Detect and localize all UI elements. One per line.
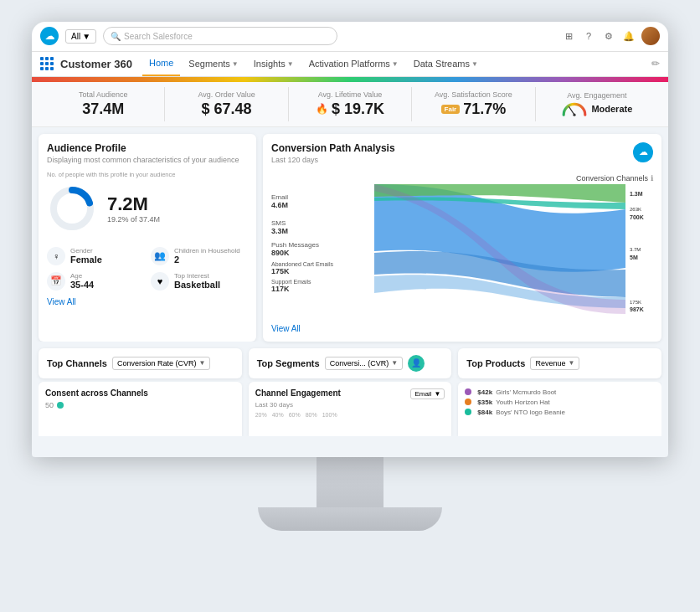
monitor-stand-neck — [317, 457, 383, 507]
attr-gender: ♀ Gender Female — [47, 247, 144, 265]
edit-icon[interactable]: ✏ — [651, 58, 660, 69]
search-icon: 🔍 — [111, 32, 121, 41]
svg-text:263K: 263K — [630, 207, 641, 212]
info-icon: ℹ — [651, 174, 653, 183]
sankey-area: 1.3M 263K 700K 3.7M 5M 175K 987K — [347, 184, 653, 317]
chevron-down-icon: ▼ — [471, 60, 478, 68]
product-list: $42k Girls' Mcmurdo Boot $35k Youth Hori… — [465, 388, 655, 416]
top-products-dropdown[interactable]: Revenue ▼ — [530, 357, 579, 370]
content-cards: Audience Profile Displaying most common … — [32, 127, 668, 342]
svg-line-0 — [569, 107, 574, 116]
engagement-subtitle: Last 30 days — [255, 401, 445, 409]
attr-interest: ♥ Top Interest Basketball — [151, 272, 248, 291]
monitor-stand-base — [258, 507, 442, 531]
teal-dot — [57, 402, 64, 409]
top-channels-dropdown[interactable]: Conversion Rate (CVR) ▼ — [112, 357, 210, 370]
donut-chart — [47, 183, 97, 234]
channels-label: Conversion Channels — [576, 174, 648, 183]
top-products-card: Top Products Revenue ▼ — [458, 348, 661, 378]
nav-item-home[interactable]: Home — [142, 52, 180, 76]
grid-nav-icon[interactable]: ⊞ — [561, 28, 576, 44]
nav-item-activation[interactable]: Activation Platforms ▼ — [302, 52, 405, 76]
status-badge: Fair — [441, 105, 461, 114]
metric-engagement: Avg. Engagement — [536, 88, 658, 120]
children-icon: 👥 — [151, 247, 169, 265]
orange-dot — [465, 399, 471, 405]
svg-text:700K: 700K — [630, 214, 644, 220]
svg-point-1 — [574, 114, 576, 116]
chevron-down-icon: ▼ — [287, 60, 294, 68]
consent-title: Consent across Channels — [45, 388, 235, 398]
interest-icon: ♥ — [151, 272, 169, 291]
search-bar[interactable]: 🔍 Search Salesforce — [103, 27, 337, 45]
funnel-left-labels: Email 4.6M SMS 3.3M Push Messages 890K — [271, 184, 347, 317]
avatar[interactable] — [641, 27, 660, 45]
sankey-svg: 1.3M 263K 700K 3.7M 5M 175K 987K — [347, 184, 653, 314]
screen-content: ☁ All ▼ 🔍 Search Salesforce ⊞ ? ⚙ 🔔 — [32, 22, 668, 457]
nav-icons: ⊞ ? ⚙ 🔔 — [561, 27, 660, 45]
top-segments-card: Top Segments Conversi... (CVR) ▼ 👤 — [249, 348, 452, 378]
svg-text:5M: 5M — [630, 255, 638, 260]
bottom-cards-row: Top Channels Conversion Rate (CVR) ▼ Top… — [39, 342, 661, 382]
product-item: $35k Youth Horizon Hat — [465, 399, 655, 406]
search-placeholder: Search Salesforce — [124, 32, 193, 41]
top-nav: Customer 360 Home Segments ▼ Insights ▼ … — [32, 52, 668, 77]
svg-text:175K: 175K — [630, 300, 641, 305]
audience-count: 7.2M — [107, 193, 160, 215]
partial-bottom-cards: Consent across Channels 50 Channel Engag… — [39, 382, 661, 436]
audience-percentage: 19.2% of 37.4M — [107, 215, 160, 224]
age-icon: 📅 — [47, 272, 65, 291]
segment-avatar: 👤 — [408, 355, 425, 372]
consent-channels-card: Consent across Channels 50 — [39, 382, 242, 436]
audience-main: 7.2M 19.2% of 37.4M — [47, 183, 248, 234]
all-button[interactable]: All ▼ — [65, 29, 96, 44]
main-content: Audience Profile Displaying most common … — [32, 127, 668, 457]
engagement-dropdown[interactable]: Email ▼ — [410, 388, 445, 399]
svg-text:3.7M: 3.7M — [630, 247, 641, 252]
svg-text:987K: 987K — [630, 306, 644, 312]
conversion-view-all[interactable]: View All — [271, 324, 653, 333]
nav-item-datastreams[interactable]: Data Streams ▼ — [407, 52, 485, 76]
gender-icon: ♀ — [47, 247, 65, 265]
card-title: Audience Profile — [47, 142, 248, 154]
metric-total-audience: Total Audience 37.4M — [42, 87, 165, 121]
conversion-subtitle: Last 120 days — [271, 156, 395, 164]
top-products-title: Top Products — [466, 358, 525, 368]
nav-item-insights[interactable]: Insights ▼ — [247, 52, 301, 76]
settings-icon[interactable]: ⚙ — [601, 28, 616, 44]
flame-icon: 🔥 — [316, 103, 328, 115]
navbar: ☁ All ▼ 🔍 Search Salesforce ⊞ ? ⚙ 🔔 — [32, 22, 668, 52]
teal-dot — [465, 409, 471, 415]
salesforce-logo[interactable]: ☁ — [40, 27, 59, 45]
profile-label: No. of people with this profile in your … — [47, 171, 248, 178]
view-all-link[interactable]: View All — [47, 297, 248, 306]
chevron-down-icon: ▼ — [568, 359, 574, 367]
metric-satisfaction: Avg. Satisfaction Score Fair 71.7% — [412, 87, 535, 121]
monitor-wrapper: ☁ All ▼ 🔍 Search Salesforce ⊞ ? ⚙ 🔔 — [23, 22, 677, 591]
bottom-section: Top Channels Conversion Rate (CVR) ▼ Top… — [32, 342, 668, 436]
chevron-down-icon: ▼ — [434, 390, 440, 398]
brand-name: Customer 360 — [60, 58, 132, 70]
nav-item-segments[interactable]: Segments ▼ — [182, 52, 244, 76]
product-item: $84k Boys' NTO logo Beanie — [465, 409, 655, 416]
top-channels-card: Top Channels Conversion Rate (CVR) ▼ — [39, 348, 242, 378]
conversion-title: Conversion Path Analysis — [271, 142, 395, 154]
purple-dot — [465, 388, 471, 395]
conversion-path-card: Conversion Path Analysis Last 120 days ☁… — [263, 134, 661, 342]
funnel-layout: Email 4.6M SMS 3.3M Push Messages 890K — [271, 184, 653, 317]
top-segments-title: Top Segments — [257, 358, 320, 368]
engagement-title: Channel Engagement — [255, 388, 341, 398]
attr-age: 📅 Age 35-44 — [47, 272, 144, 291]
attr-children: 👥 Children in Household 2 — [151, 247, 248, 265]
audience-numbers: 7.2M 19.2% of 37.4M — [107, 193, 160, 224]
top-segments-dropdown[interactable]: Conversi... (CVR) ▼ — [325, 357, 403, 370]
chevron-down-icon: ▼ — [391, 359, 398, 367]
question-icon[interactable]: ? — [581, 28, 596, 44]
sf-icon-circle: ☁ — [633, 142, 653, 162]
products-card: $42k Girls' Mcmurdo Boot $35k Youth Hori… — [458, 382, 661, 436]
channel-engagement-card: Channel Engagement Email ▼ Last 30 days … — [249, 382, 452, 436]
metric-avg-order: Avg. Order Value $ 67.48 — [165, 87, 288, 121]
chevron-down-icon: ▼ — [232, 60, 239, 68]
notification-icon[interactable]: 🔔 — [621, 28, 636, 44]
apps-grid-icon[interactable] — [40, 57, 54, 70]
